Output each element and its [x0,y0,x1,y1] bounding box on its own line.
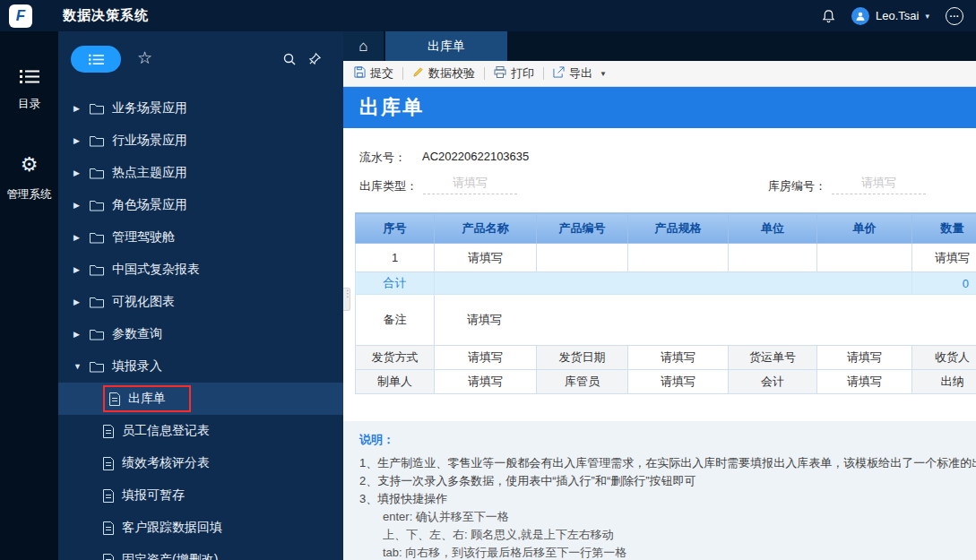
app-logo-icon[interactable]: F [9,4,32,28]
user-menu[interactable]: Leo.Tsai ▾ [851,7,929,25]
tree-leaf-item[interactable]: 填报可暂存 [58,479,343,512]
directory-list-icon[interactable] [20,69,39,84]
folder-icon [90,103,104,115]
export-icon [553,66,565,81]
print-button[interactable]: 打印 [490,65,538,82]
tree-item-label: 出库单 [128,391,166,407]
warehouse-code-input[interactable]: 请填写 [832,175,926,194]
toolbar-divider [484,67,485,80]
notes-title: 说明： [359,432,976,448]
tree-item-label: 固定资产(增删改) [122,552,218,560]
user-avatar [851,7,869,25]
type-row: 出库类型： 请填写 库房编号： 请填写 [359,175,926,194]
column-header: 产品编号 [537,213,628,244]
serial-value: AC20220622103635 [422,150,529,166]
toolbar-divider [543,67,544,80]
remark-input[interactable]: 请填写 [435,295,976,346]
folder-icon [90,135,104,147]
product-spec-input[interactable] [628,244,729,272]
shipping-method-label: 发货方式 [356,346,435,370]
quantity-input[interactable]: 请填写 [912,244,976,272]
tree-leaf-item[interactable]: 绩效考核评分表 [58,447,343,479]
tree-folder-item[interactable]: ▶ 可视化图表 [58,286,343,318]
save-icon [354,66,366,81]
accountant-input[interactable]: 请填写 [817,370,912,394]
splitter-handle[interactable]: ⋮ [343,288,350,311]
document-icon [103,457,114,470]
unit-price-input[interactable] [817,244,912,272]
tree-item-label: 参数查询 [112,326,162,342]
gear-icon[interactable]: ⚙ [21,155,39,175]
note-line: enter: 确认并移至下一格 [359,508,976,526]
tree-item-label: 可视化图表 [112,294,175,310]
tab-bar: ⌂ 出库单 [343,31,976,61]
chevron-right-icon: ▶ [73,297,87,306]
tab-home[interactable]: ⌂ [343,31,385,61]
report-banner: 出库单 [343,87,976,128]
logo-letter: F [16,7,25,25]
note-line: 1、生产制造业、零售业等一般都会有出入库管理需求，在实际出入库时需要填报出入库表… [359,454,976,472]
note-line: 3、填报快捷操作 [359,490,976,508]
note-line: 2、支持一次录入多条数据，使用表中“插入行”和“删除行”按钮即可 [359,472,976,490]
product-code-input[interactable] [537,244,628,272]
waybill-number-input[interactable]: 请填写 [817,346,912,370]
maker-row: 制单人 请填写 库管员 请填写 会计 请填写 出纳 [356,370,976,394]
tree-folder-item[interactable]: ▶ 行业场景应用 [58,125,343,157]
export-button[interactable]: 导出 ▼ [549,65,610,82]
validate-label: 数据校验 [428,65,475,82]
pin-icon[interactable] [308,52,322,65]
tree-folder-item[interactable]: ▶ 热点主题应用 [58,157,343,189]
directory-tab-button[interactable] [71,46,121,73]
document-icon [103,489,114,503]
tree-folder-item[interactable]: ▶ 中国式复杂报表 [58,254,343,286]
tree-folder-item[interactable]: ▶ 角色场景应用 [58,189,343,221]
search-icon[interactable] [282,52,297,66]
validate-button[interactable]: 数据校验 [409,65,479,82]
outbound-type-input[interactable]: 请填写 [423,175,517,194]
submit-button[interactable]: 提交 [350,65,397,82]
tree-leaf-item[interactable]: 固定资产(增删改) [58,544,343,560]
note-line: tab: 向右移，到该行最后格后移至下一行第一格 [359,544,976,560]
product-name-input[interactable]: 请填写 [435,244,537,272]
tree-leaf-item-selected[interactable]: 出库单 [58,383,343,415]
serial-label: 流水号： [359,150,406,166]
warehouse-keeper-input[interactable]: 请填写 [628,370,729,394]
sidebar: ☆ ▶ 业务场景应用 ▶ 行业场景应用 ▶ 热点主题应用 ▶ 角色场景应用 ▶ [58,31,343,560]
rail-item-admin[interactable]: 管理系统 [7,187,52,202]
topbar: F 数据决策系统 Leo.Tsai ▾ ··· [0,0,976,31]
document-maker-input[interactable]: 请填写 [435,370,537,394]
favorites-star-icon[interactable]: ☆ [137,47,152,68]
caret-down-icon[interactable]: ▼ [600,70,607,78]
accountant-label: 会计 [729,370,817,394]
unit-input[interactable] [729,244,817,272]
remark-row: 备注 请填写 [356,295,976,346]
more-options-icon[interactable]: ··· [946,7,963,25]
user-name: Leo.Tsai [876,9,919,22]
shipping-date-input[interactable]: 请填写 [628,346,729,370]
chevron-right-icon: ▶ [73,233,87,242]
tree-leaf-item[interactable]: 客户跟踪数据回填 [58,512,343,544]
tree-folder-item[interactable]: ▶ 业务场景应用 [58,92,343,125]
notification-bell-icon[interactable] [822,9,835,23]
selection-annotation-box: 出库单 [103,385,191,412]
table-row: 1 请填写 请填写 [356,244,976,272]
rail-item-directory[interactable]: 目录 [18,97,40,112]
tree-folder-item[interactable]: ▶ 参数查询 [58,318,343,350]
table-header-row: 序号 产品名称 产品编号 产品规格 单位 单价 数量 [356,213,976,244]
folder-icon [90,232,104,244]
folder-icon [90,168,104,179]
tree-folder-item-expanded[interactable]: ▼ 填报录入 [58,350,343,383]
warehouse-keeper-label: 库管员 [537,370,628,394]
folder-icon [90,361,104,373]
tree-leaf-item[interactable]: 员工信息登记表 [58,415,343,447]
tab-outbound-order[interactable]: 出库单 [385,31,507,61]
tree-folder-item[interactable]: ▶ 管理驾驶舱 [58,221,343,254]
chevron-right-icon: ▶ [73,201,87,210]
chevron-right-icon: ▶ [73,168,87,177]
tree-item-label: 客户跟踪数据回填 [122,520,222,536]
column-header: 产品规格 [628,213,729,244]
folder-icon [90,264,104,276]
shipping-method-input[interactable]: 请填写 [435,346,537,370]
cashier-label: 出纳 [912,370,976,394]
chevron-right-icon: ▶ [73,265,87,274]
